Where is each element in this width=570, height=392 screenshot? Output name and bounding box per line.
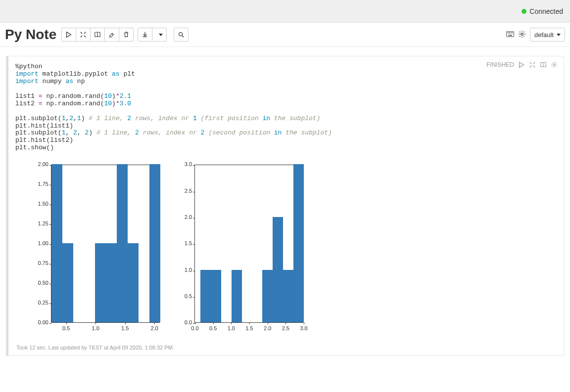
- book-icon: [94, 31, 101, 38]
- svg-rect-3: [507, 32, 508, 33]
- x-tick-label: 0.5: [62, 322, 70, 331]
- bar: [106, 243, 117, 322]
- y-tick-label: 1.5: [185, 240, 195, 246]
- bar: [149, 164, 160, 322]
- bar: [95, 243, 106, 322]
- y-tick-label: 1.25: [38, 220, 51, 226]
- bar: [200, 270, 211, 323]
- caret-down-icon: [159, 34, 163, 36]
- bar: [128, 243, 139, 322]
- collapse-icon: [80, 31, 87, 38]
- connection-dot-icon: [522, 9, 526, 14]
- y-tick-label: 1.50: [38, 201, 51, 207]
- y-tick-label: 0.25: [38, 300, 51, 305]
- run-all-button[interactable]: [61, 28, 76, 42]
- trash-icon: [123, 31, 130, 38]
- histogram-chart: 0.00.51.01.52.02.53.00.00.51.01.52.02.53…: [174, 165, 303, 334]
- notebook-body: FINISHED %pythonimport matplotlib.pyplot…: [0, 47, 570, 374]
- download-icon: [142, 31, 148, 38]
- interpreter-label: default: [534, 31, 554, 39]
- export-dropdown-button[interactable]: [152, 28, 167, 42]
- plot-area: 0.000.250.500.751.001.251.501.752.000.51…: [51, 165, 160, 323]
- interpreter-select[interactable]: default: [530, 28, 565, 42]
- cell-output: 0.000.250.500.751.001.251.501.752.000.51…: [15, 165, 555, 334]
- y-tick-label: 2.00: [38, 161, 51, 167]
- top-bar: Connected: [0, 0, 570, 23]
- cell-status-text: FINISHED: [486, 61, 514, 68]
- y-tick-label: 1.0: [185, 267, 195, 273]
- x-tick-label: 2.5: [282, 322, 289, 331]
- histogram-chart: 0.000.250.500.751.001.251.501.752.000.51…: [30, 165, 160, 334]
- paragraph-toolbar: [61, 28, 134, 42]
- svg-point-1: [179, 33, 183, 36]
- code-editor[interactable]: %pythonimport matplotlib.pyplot as pltim…: [15, 63, 555, 152]
- header-right: default: [506, 28, 565, 42]
- svg-rect-7: [512, 32, 513, 33]
- eraser-icon: [108, 31, 115, 38]
- play-icon: [518, 61, 525, 68]
- interpreter-settings-button[interactable]: [518, 30, 526, 40]
- svg-marker-0: [67, 32, 71, 38]
- svg-rect-6: [511, 32, 512, 33]
- x-tick-label: 0.0: [191, 322, 198, 331]
- y-tick-label: 2.0: [185, 214, 195, 220]
- x-tick-label: 1.0: [92, 322, 99, 331]
- gear-icon: [518, 30, 526, 38]
- bar: [262, 270, 273, 323]
- cell-status-bar: [6, 56, 8, 355]
- y-tick-label: 1.75: [38, 181, 51, 187]
- bar: [51, 164, 62, 322]
- y-tick-label: 2.5: [185, 188, 195, 194]
- y-tick-label: 1.00: [38, 240, 51, 246]
- show-hide-code-button[interactable]: [76, 28, 91, 42]
- paragraph-cell[interactable]: FINISHED %pythonimport matplotlib.pyplot…: [6, 56, 564, 356]
- cell-hide-output-button[interactable]: [540, 61, 547, 68]
- x-tick-label: 1.0: [228, 322, 235, 331]
- keyboard-shortcuts-button[interactable]: [506, 30, 514, 40]
- show-hide-output-button[interactable]: [91, 28, 105, 42]
- bar: [273, 217, 283, 322]
- cell-inner: %pythonimport matplotlib.pyplot as pltim…: [6, 56, 564, 355]
- bar: [293, 164, 304, 322]
- bar: [62, 243, 73, 322]
- keyboard-icon: [506, 30, 514, 38]
- bar: [232, 270, 242, 323]
- gear-icon: [551, 61, 558, 68]
- collapse-icon: [529, 61, 536, 68]
- y-tick-label: 0.50: [38, 280, 51, 286]
- notebook-header: Py Note: [0, 23, 570, 47]
- x-tick-label: 2.0: [264, 322, 271, 331]
- x-tick-label: 3.0: [300, 322, 307, 331]
- chart-output: 0.000.250.500.751.001.251.501.752.000.51…: [15, 165, 555, 334]
- y-tick-label: 0.5: [185, 293, 195, 299]
- svg-rect-2: [506, 31, 514, 36]
- export-button[interactable]: [138, 28, 152, 42]
- y-tick-label: 0.00: [38, 319, 51, 325]
- clear-output-button[interactable]: [105, 28, 119, 42]
- search-button[interactable]: [174, 28, 189, 42]
- connection-status: Connected: [529, 7, 563, 15]
- x-tick-label: 2.0: [150, 322, 158, 331]
- cell-status-row: FINISHED: [486, 61, 558, 68]
- svg-marker-10: [520, 62, 524, 68]
- x-tick-label: 0.5: [209, 322, 217, 331]
- plot-area: 0.00.51.01.52.02.53.00.00.51.01.52.02.53…: [194, 165, 303, 323]
- cell-footer-meta: Took 12 sec. Last updated by TEST at Apr…: [15, 345, 555, 350]
- export-toolbar: [138, 28, 167, 42]
- svg-rect-4: [509, 32, 510, 33]
- bar: [283, 270, 293, 323]
- bar: [211, 270, 221, 323]
- x-tick-label: 1.5: [245, 322, 253, 331]
- delete-note-button[interactable]: [119, 28, 134, 42]
- notebook-title[interactable]: Py Note: [5, 27, 56, 43]
- y-tick-label: 0.75: [38, 260, 51, 266]
- y-tick-label: 3.0: [185, 161, 195, 167]
- cell-run-button[interactable]: [518, 61, 525, 68]
- cell-hide-editor-button[interactable]: [529, 61, 536, 68]
- svg-rect-8: [508, 35, 512, 36]
- bar: [117, 164, 128, 322]
- svg-rect-5: [510, 32, 511, 33]
- play-icon: [65, 31, 72, 38]
- book-icon: [540, 61, 547, 68]
- cell-settings-button[interactable]: [551, 61, 558, 68]
